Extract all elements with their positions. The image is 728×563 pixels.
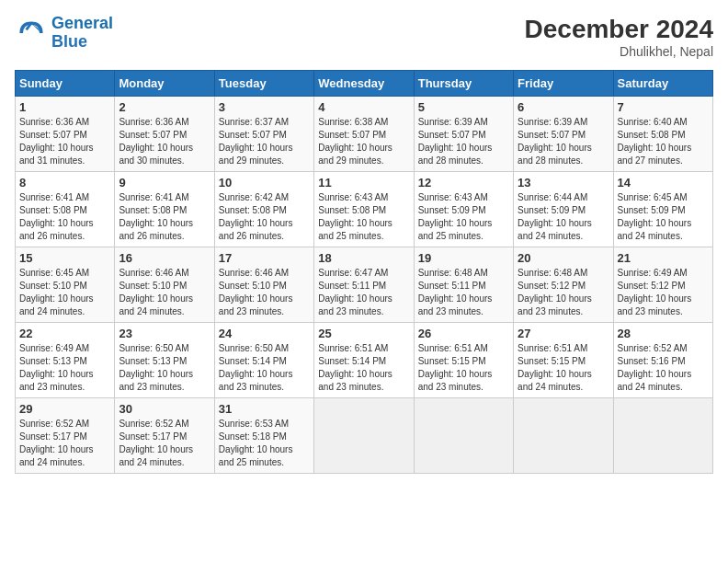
day-info: Sunrise: 6:53 AM Sunset: 5:18 PM Dayligh… xyxy=(219,418,310,469)
day-info: Sunrise: 6:39 AM Sunset: 5:07 PM Dayligh… xyxy=(418,116,509,167)
calendar-cell: 23Sunrise: 6:50 AM Sunset: 5:13 PM Dayli… xyxy=(115,323,214,398)
day-info: Sunrise: 6:52 AM Sunset: 5:17 PM Dayligh… xyxy=(19,418,110,469)
calendar-cell: 7Sunrise: 6:40 AM Sunset: 5:08 PM Daylig… xyxy=(613,97,712,172)
calendar-cell: 26Sunrise: 6:51 AM Sunset: 5:15 PM Dayli… xyxy=(414,323,513,398)
day-number: 19 xyxy=(418,251,509,265)
day-number: 16 xyxy=(119,251,210,265)
day-number: 12 xyxy=(418,176,509,190)
calendar-cell: 10Sunrise: 6:42 AM Sunset: 5:08 PM Dayli… xyxy=(214,172,313,247)
day-number: 27 xyxy=(518,327,609,340)
day-info: Sunrise: 6:41 AM Sunset: 5:08 PM Dayligh… xyxy=(19,191,110,243)
day-info: Sunrise: 6:50 AM Sunset: 5:14 PM Dayligh… xyxy=(219,342,310,394)
day-info: Sunrise: 6:49 AM Sunset: 5:13 PM Dayligh… xyxy=(19,342,110,394)
logo-line2: Blue xyxy=(51,32,87,51)
day-info: Sunrise: 6:36 AM Sunset: 5:07 PM Dayligh… xyxy=(19,116,110,167)
day-number: 30 xyxy=(119,402,210,416)
calendar-cell xyxy=(314,398,414,474)
day-number: 31 xyxy=(219,402,310,416)
day-number: 24 xyxy=(219,327,310,340)
day-number: 14 xyxy=(618,176,709,190)
logo: General Blue xyxy=(15,15,113,52)
day-number: 28 xyxy=(618,327,709,340)
day-info: Sunrise: 6:41 AM Sunset: 5:08 PM Dayligh… xyxy=(119,191,210,243)
calendar-cell: 16Sunrise: 6:46 AM Sunset: 5:10 PM Dayli… xyxy=(115,247,214,323)
calendar-cell: 22Sunrise: 6:49 AM Sunset: 5:13 PM Dayli… xyxy=(16,323,115,398)
day-info: Sunrise: 6:51 AM Sunset: 5:15 PM Dayligh… xyxy=(518,342,609,394)
week-row-2: 8Sunrise: 6:41 AM Sunset: 5:08 PM Daylig… xyxy=(16,172,713,247)
month-title: December 2024 xyxy=(525,15,713,44)
logo-line1: General xyxy=(51,14,113,32)
day-number: 26 xyxy=(418,327,509,340)
day-number: 7 xyxy=(618,100,709,114)
day-info: Sunrise: 6:44 AM Sunset: 5:09 PM Dayligh… xyxy=(518,191,609,243)
day-number: 2 xyxy=(119,100,210,114)
day-number: 4 xyxy=(318,100,409,114)
day-number: 25 xyxy=(318,327,409,340)
calendar-cell: 17Sunrise: 6:46 AM Sunset: 5:10 PM Dayli… xyxy=(214,247,313,323)
calendar-cell: 5Sunrise: 6:39 AM Sunset: 5:07 PM Daylig… xyxy=(414,97,513,172)
day-number: 22 xyxy=(19,327,110,340)
calendar-cell: 20Sunrise: 6:48 AM Sunset: 5:12 PM Dayli… xyxy=(514,247,613,323)
day-number: 17 xyxy=(219,251,310,265)
calendar-cell xyxy=(414,398,513,474)
day-info: Sunrise: 6:39 AM Sunset: 5:07 PM Dayligh… xyxy=(518,116,609,167)
day-info: Sunrise: 6:40 AM Sunset: 5:08 PM Dayligh… xyxy=(618,116,709,167)
header-friday: Friday xyxy=(514,71,613,97)
day-number: 6 xyxy=(518,100,609,114)
header-sunday: Sunday xyxy=(16,71,115,97)
header-monday: Monday xyxy=(115,71,214,97)
header-tuesday: Tuesday xyxy=(214,71,313,97)
calendar-cell: 3Sunrise: 6:37 AM Sunset: 5:07 PM Daylig… xyxy=(214,97,313,172)
day-number: 18 xyxy=(318,251,409,265)
day-number: 15 xyxy=(19,251,110,265)
calendar-cell xyxy=(514,398,613,474)
day-number: 29 xyxy=(19,402,110,416)
day-number: 13 xyxy=(518,176,609,190)
calendar-cell: 8Sunrise: 6:41 AM Sunset: 5:08 PM Daylig… xyxy=(16,172,115,247)
calendar-cell: 25Sunrise: 6:51 AM Sunset: 5:14 PM Dayli… xyxy=(314,323,414,398)
calendar-cell: 11Sunrise: 6:43 AM Sunset: 5:08 PM Dayli… xyxy=(314,172,414,247)
calendar-cell: 9Sunrise: 6:41 AM Sunset: 5:08 PM Daylig… xyxy=(115,172,214,247)
day-number: 11 xyxy=(318,176,409,190)
day-info: Sunrise: 6:52 AM Sunset: 5:17 PM Dayligh… xyxy=(119,418,210,469)
day-info: Sunrise: 6:50 AM Sunset: 5:13 PM Dayligh… xyxy=(119,342,210,394)
day-number: 3 xyxy=(219,100,310,114)
day-info: Sunrise: 6:46 AM Sunset: 5:10 PM Dayligh… xyxy=(119,267,210,318)
calendar-cell: 30Sunrise: 6:52 AM Sunset: 5:17 PM Dayli… xyxy=(115,398,214,474)
day-number: 5 xyxy=(418,100,509,114)
week-row-1: 1Sunrise: 6:36 AM Sunset: 5:07 PM Daylig… xyxy=(16,97,713,172)
day-info: Sunrise: 6:37 AM Sunset: 5:07 PM Dayligh… xyxy=(219,116,310,167)
day-info: Sunrise: 6:43 AM Sunset: 5:09 PM Dayligh… xyxy=(418,191,509,243)
header-thursday: Thursday xyxy=(414,71,513,97)
logo-icon xyxy=(15,17,48,50)
calendar-cell: 29Sunrise: 6:52 AM Sunset: 5:17 PM Dayli… xyxy=(16,398,115,474)
title-block: December 2024 Dhulikhel, Nepal xyxy=(525,15,713,59)
calendar-cell: 13Sunrise: 6:44 AM Sunset: 5:09 PM Dayli… xyxy=(514,172,613,247)
calendar-cell: 2Sunrise: 6:36 AM Sunset: 5:07 PM Daylig… xyxy=(115,97,214,172)
day-info: Sunrise: 6:43 AM Sunset: 5:08 PM Dayligh… xyxy=(318,191,409,243)
location: Dhulikhel, Nepal xyxy=(525,44,713,59)
calendar-cell: 15Sunrise: 6:45 AM Sunset: 5:10 PM Dayli… xyxy=(16,247,115,323)
day-info: Sunrise: 6:48 AM Sunset: 5:11 PM Dayligh… xyxy=(418,267,509,318)
day-number: 1 xyxy=(19,100,110,114)
week-row-3: 15Sunrise: 6:45 AM Sunset: 5:10 PM Dayli… xyxy=(16,247,713,323)
day-info: Sunrise: 6:51 AM Sunset: 5:14 PM Dayligh… xyxy=(318,342,409,394)
day-info: Sunrise: 6:45 AM Sunset: 5:10 PM Dayligh… xyxy=(19,267,110,318)
calendar-cell: 24Sunrise: 6:50 AM Sunset: 5:14 PM Dayli… xyxy=(214,323,313,398)
calendar-cell: 27Sunrise: 6:51 AM Sunset: 5:15 PM Dayli… xyxy=(514,323,613,398)
day-info: Sunrise: 6:48 AM Sunset: 5:12 PM Dayligh… xyxy=(518,267,609,318)
calendar-cell: 21Sunrise: 6:49 AM Sunset: 5:12 PM Dayli… xyxy=(613,247,712,323)
day-number: 10 xyxy=(219,176,310,190)
calendar-cell: 28Sunrise: 6:52 AM Sunset: 5:16 PM Dayli… xyxy=(613,323,712,398)
day-info: Sunrise: 6:38 AM Sunset: 5:07 PM Dayligh… xyxy=(318,116,409,167)
day-number: 8 xyxy=(19,176,110,190)
day-number: 9 xyxy=(119,176,210,190)
calendar-cell: 19Sunrise: 6:48 AM Sunset: 5:11 PM Dayli… xyxy=(414,247,513,323)
day-info: Sunrise: 6:51 AM Sunset: 5:15 PM Dayligh… xyxy=(418,342,509,394)
calendar-cell: 1Sunrise: 6:36 AM Sunset: 5:07 PM Daylig… xyxy=(16,97,115,172)
calendar-cell: 31Sunrise: 6:53 AM Sunset: 5:18 PM Dayli… xyxy=(214,398,313,474)
calendar-table: SundayMondayTuesdayWednesdayThursdayFrid… xyxy=(15,70,713,474)
week-row-5: 29Sunrise: 6:52 AM Sunset: 5:17 PM Dayli… xyxy=(16,398,713,474)
day-info: Sunrise: 6:52 AM Sunset: 5:16 PM Dayligh… xyxy=(618,342,709,394)
week-row-4: 22Sunrise: 6:49 AM Sunset: 5:13 PM Dayli… xyxy=(16,323,713,398)
